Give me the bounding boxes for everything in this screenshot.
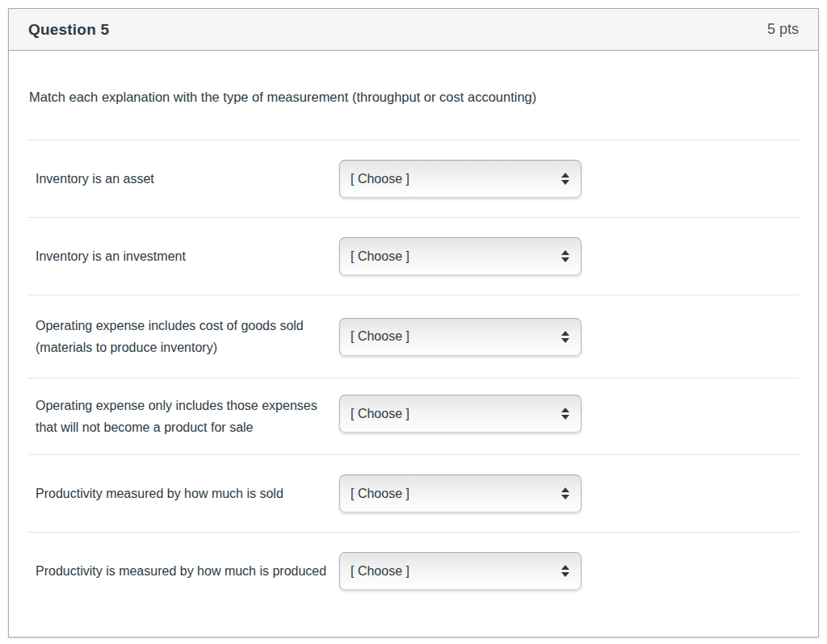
match-select-dropdown[interactable]: [ Choose ] — [339, 237, 581, 275]
select-value: [ Choose ] — [351, 564, 409, 579]
question-title: Question 5 — [28, 21, 109, 39]
match-row: Operating expense only includes those ex… — [28, 378, 799, 454]
select-arrows-icon — [561, 565, 569, 577]
select-arrows-icon — [561, 331, 569, 343]
match-select-dropdown[interactable]: [ Choose ] — [339, 395, 581, 433]
match-row: Productivity is measured by how much is … — [28, 532, 799, 629]
page: Question 5 5 pts Match each explanation … — [0, 0, 827, 644]
select-arrows-icon — [561, 250, 569, 262]
match-row: Operating expense includes cost of goods… — [28, 295, 799, 378]
match-row-label: Productivity measured by how much is sol… — [36, 483, 333, 504]
select-arrows-icon — [561, 487, 569, 500]
match-row-label: Operating expense includes cost of goods… — [36, 315, 333, 358]
question-points: 5 pts — [767, 21, 799, 38]
match-select-dropdown[interactable]: [ Choose ] — [339, 475, 581, 512]
match-select-dropdown[interactable]: [ Choose ] — [339, 160, 581, 198]
question-body: Match each explanation with the type of … — [9, 51, 818, 629]
match-row-label: Productivity is measured by how much is … — [36, 560, 333, 582]
match-row-label: Inventory is an asset — [36, 168, 333, 190]
select-value: [ Choose ] — [351, 249, 409, 264]
question-header: Question 5 5 pts — [9, 9, 818, 51]
match-row: Inventory is an asset [ Choose ] — [28, 140, 799, 217]
select-value: [ Choose ] — [351, 487, 409, 501]
select-value: [ Choose ] — [351, 329, 409, 344]
question-card: Question 5 5 pts Match each explanation … — [8, 8, 819, 638]
match-row-label: Inventory is an investment — [36, 245, 333, 267]
select-value: [ Choose ] — [351, 172, 409, 186]
match-select-dropdown[interactable]: [ Choose ] — [339, 552, 581, 590]
match-select-dropdown[interactable]: [ Choose ] — [339, 318, 581, 356]
match-row-label: Operating expense only includes those ex… — [36, 395, 333, 438]
question-prompt: Match each explanation with the type of … — [29, 51, 799, 140]
match-row: Productivity measured by how much is sol… — [28, 454, 799, 532]
match-row: Inventory is an investment [ Choose ] — [28, 217, 799, 295]
select-value: [ Choose ] — [351, 407, 409, 421]
select-arrows-icon — [561, 408, 569, 420]
select-arrows-icon — [561, 173, 569, 185]
